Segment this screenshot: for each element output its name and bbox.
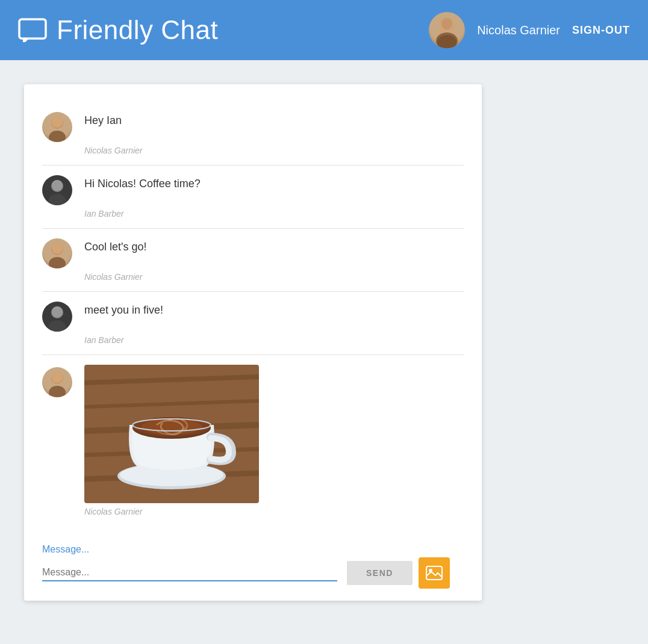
avatar [42, 238, 72, 268]
svg-point-11 [49, 194, 66, 205]
image-icon [426, 566, 443, 580]
user-avatar-header [429, 12, 465, 48]
svg-rect-0 [19, 19, 46, 39]
list-item: Hi Nicolas! Coffee time? Ian Barber [42, 166, 464, 229]
svg-rect-34 [426, 566, 442, 580]
chat-icon [18, 18, 47, 42]
header-username: Nicolas Garnier [477, 23, 560, 37]
message-text: meet you in five! [84, 302, 163, 317]
message-text: Cool let's go! [84, 238, 147, 253]
svg-point-21 [52, 372, 63, 383]
message-row [42, 365, 464, 503]
message-row: meet you in five! [42, 302, 464, 332]
message-row: Hi Nicolas! Coffee time? [42, 175, 464, 205]
avatar [42, 112, 72, 142]
list-item: Cool let's go! Nicolas Garnier [42, 229, 464, 292]
message-sender: Nicolas Garnier [84, 146, 464, 155]
header-logo-area: Friendly Chat [18, 15, 218, 45]
message-input[interactable] [42, 565, 337, 581]
message-row: Cool let's go! [42, 238, 464, 268]
avatar [42, 367, 72, 397]
svg-point-8 [49, 131, 66, 142]
app-title: Friendly Chat [57, 15, 218, 45]
message-text: Hi Nicolas! Coffee time? [84, 175, 201, 190]
send-button[interactable]: SEND [347, 561, 413, 585]
input-area: Message... SEND [42, 538, 464, 589]
message-input-label: Message... [42, 544, 464, 555]
coffee-image [84, 365, 259, 503]
svg-point-18 [52, 306, 63, 317]
message-sender: Ian Barber [84, 209, 464, 218]
chat-card: Hey Ian Nicolas Garnier Hi Nicolas! Coff… [24, 84, 482, 601]
user-avatar-image [429, 12, 465, 48]
app-header: Friendly Chat Nicolas Garnier SIGN-OUT [0, 0, 648, 60]
header-user-area: Nicolas Garnier SIGN-OUT [429, 12, 630, 48]
svg-marker-1 [23, 39, 29, 42]
avatar [42, 175, 72, 205]
svg-point-17 [49, 320, 66, 332]
message-text: Hey Ian [84, 112, 122, 127]
list-item: Nicolas Garnier [42, 355, 464, 526]
svg-point-5 [441, 18, 452, 30]
list-item: meet you in five! Ian Barber [42, 292, 464, 355]
message-row: Hey Ian [42, 112, 464, 142]
message-sender: Nicolas Garnier [84, 272, 464, 282]
image-upload-button[interactable] [419, 557, 450, 589]
svg-point-15 [52, 243, 63, 254]
main-content: Hey Ian Nicolas Garnier Hi Nicolas! Coff… [0, 60, 648, 625]
svg-point-9 [52, 117, 63, 128]
avatar [42, 302, 72, 332]
svg-point-12 [52, 180, 63, 191]
signout-button[interactable]: SIGN-OUT [572, 24, 630, 37]
messages-list: Hey Ian Nicolas Garnier Hi Nicolas! Coff… [42, 102, 464, 526]
message-sender: Nicolas Garnier [84, 507, 464, 516]
svg-point-20 [49, 386, 66, 397]
svg-point-14 [49, 257, 66, 268]
message-sender: Ian Barber [84, 335, 464, 345]
list-item: Hey Ian Nicolas Garnier [42, 102, 464, 166]
